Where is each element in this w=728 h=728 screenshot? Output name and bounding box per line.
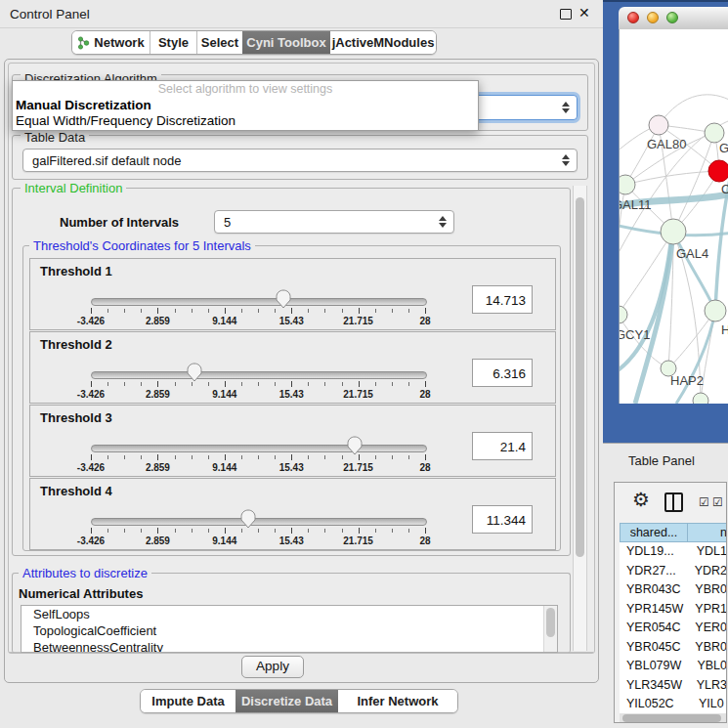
tab-network[interactable]: Network	[72, 31, 150, 54]
attributes-scrollbar-thumb[interactable]	[546, 608, 555, 637]
network-node-gcy1[interactable]	[620, 306, 627, 323]
slider-tick	[275, 382, 276, 386]
checkbox-icon[interactable]: ☑	[699, 495, 709, 509]
threshold-1-slider-handle[interactable]	[276, 289, 291, 309]
threshold-2-slider-handle[interactable]	[187, 363, 202, 382]
column-layout-icon[interactable]	[664, 492, 683, 512]
attribute-item[interactable]: SelfLoops	[21, 606, 557, 622]
table-header-shared-name[interactable]: shared...	[620, 523, 688, 542]
slider-tick	[208, 455, 209, 459]
gear-icon[interactable]: ⚙	[632, 488, 650, 511]
tab-style[interactable]: Style	[150, 31, 196, 54]
slider-tick	[324, 382, 325, 386]
threshold-4-value-field[interactable]: 11.344	[472, 505, 533, 534]
panel-scrollbar[interactable]	[573, 186, 587, 651]
algorithm-option-1[interactable]: Manual Discretization	[13, 98, 478, 113]
attributes-scrollbar[interactable]	[543, 606, 557, 652]
table-row[interactable]: YBR043CYBR0	[620, 580, 727, 600]
network-node[interactable]	[693, 393, 708, 404]
table-hscrollbar-thumb[interactable]	[622, 714, 721, 722]
combo-spinner-icon	[562, 154, 570, 166]
slider-tick-label: 2.859	[146, 462, 170, 473]
network-node-ga[interactable]	[705, 123, 724, 143]
slider-tick-label: -3.426	[77, 389, 105, 400]
table-data-combo[interactable]: galFiltered.sif default node	[22, 149, 578, 172]
tab-select[interactable]: Select	[196, 31, 242, 54]
number-of-intervals-label: Number of Intervals	[60, 215, 179, 230]
table-row[interactable]: YIL052CYIL0	[620, 695, 727, 713]
algorithm-option-2[interactable]: Equal Width/Frequency Discretization	[13, 113, 478, 129]
threshold-2-value-field[interactable]: 6.316	[472, 359, 533, 387]
checkbox-icon[interactable]: ☑	[712, 495, 723, 509]
control-panel: Control Panel ✕ NetworkStyleSelectCyni T…	[0, 0, 604, 728]
slider-tick	[342, 309, 343, 313]
table-row[interactable]: YBR045CYBR0	[620, 638, 727, 658]
threshold-2-panel: Threshold 2-3.4262.8599.14415.4321.71528…	[29, 331, 556, 404]
close-icon[interactable]: ✕	[578, 5, 590, 21]
slider-tick	[275, 529, 276, 533]
minimize-traffic-light[interactable]	[647, 12, 659, 23]
network-node-c[interactable]	[708, 160, 728, 182]
slider-tick	[241, 382, 242, 386]
slider-tick-label: 21.715	[343, 316, 373, 326]
threshold-4-slider-handle[interactable]	[240, 509, 256, 529]
network-node-h[interactable]	[705, 300, 726, 321]
table-panel-title: Table Panel	[628, 453, 695, 468]
threshold-4-label: Threshold 4	[40, 484, 112, 498]
attribute-item[interactable]: BetweennessCentrality	[21, 639, 557, 653]
tab-infer-network[interactable]: Infer Network	[338, 690, 457, 712]
threshold-3-slider-track[interactable]	[91, 445, 427, 452]
number-of-intervals-combo[interactable]: 5	[214, 210, 454, 234]
table-row[interactable]: YDR27...YDR2	[620, 562, 727, 581]
network-node-label: GAL11	[620, 197, 652, 212]
cell-shared-name: YBL079W	[620, 657, 690, 676]
threshold-3-value-field[interactable]: 21.4	[472, 432, 533, 460]
threshold-1-value-field[interactable]: 14.713	[472, 285, 533, 314]
tab-impute-data[interactable]: Impute Data	[141, 690, 236, 712]
slider-tick	[342, 529, 343, 533]
apply-button[interactable]: Apply	[241, 656, 304, 678]
zoom-traffic-light[interactable]	[666, 12, 678, 23]
slider-tick	[225, 528, 226, 534]
attributes-group: Attributes to discretize Numerical Attri…	[12, 573, 571, 653]
table-row[interactable]: YLR345WYLR3	[620, 676, 727, 696]
tab-jactivemnodules[interactable]: jActiveMNodules	[330, 31, 436, 54]
algorithm-dropdown-popup: Select algorithm to view settings Manual…	[12, 80, 479, 131]
network-view[interactable]: GAL80GACGAL11GAL4GCY1HHAP2	[619, 29, 728, 404]
algorithm-popup-items: Manual DiscretizationEqual Width/Frequen…	[13, 98, 478, 129]
slider-tick-label: 2.859	[146, 389, 170, 400]
tab-cyni-toolbox[interactable]: Cyni Toolbox	[242, 31, 330, 54]
slider-tick	[408, 529, 409, 533]
threshold-2-slider-track[interactable]	[91, 371, 427, 379]
table-row[interactable]: YBL079WYBL0	[620, 657, 727, 676]
network-node-gal11[interactable]	[620, 175, 635, 194]
slider-tick	[192, 309, 193, 313]
tab-label: Infer Network	[357, 694, 438, 708]
network-node-gal80[interactable]	[649, 115, 668, 135]
threshold-1-slider-track[interactable]	[91, 298, 427, 306]
cell-name: YDL1	[690, 542, 727, 562]
table-row[interactable]: YER054CYER0	[620, 619, 727, 638]
slider-tick	[241, 455, 242, 459]
float-window-icon[interactable]	[560, 9, 572, 20]
close-traffic-light[interactable]	[627, 12, 639, 23]
slider-tick-label: 15.43	[279, 316, 304, 326]
slider-tick-label: 21.715	[343, 462, 373, 473]
table-row[interactable]: YDL19...YDL1	[620, 542, 727, 562]
slider-tick	[392, 309, 393, 313]
slider-tick	[275, 309, 276, 313]
threshold-3-slider-handle[interactable]	[347, 436, 363, 455]
cell-name: YER0	[688, 619, 727, 638]
slider-tick	[408, 309, 409, 313]
network-node-gal4[interactable]	[661, 219, 686, 244]
table-row[interactable]: YPR145WYPR1	[620, 600, 727, 620]
tab-discretize-data[interactable]: Discretize Data	[236, 690, 338, 712]
table-hscrollbar[interactable]	[620, 713, 727, 723]
panel-scrollbar-thumb[interactable]	[576, 197, 584, 557]
attribute-item[interactable]: TopologicalCoefficient	[21, 622, 557, 639]
network-window-titlebar[interactable]	[619, 7, 728, 30]
slider-tick	[324, 455, 325, 459]
table-header-name[interactable]: n	[688, 523, 727, 542]
tab-label: Network	[94, 35, 144, 50]
threshold-4-slider-track[interactable]	[91, 518, 427, 526]
